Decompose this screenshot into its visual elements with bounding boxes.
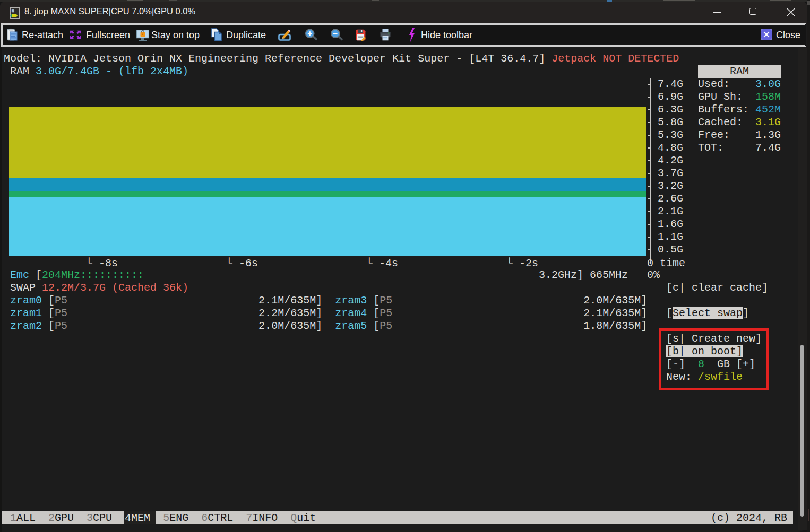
svg-text:B: B [12,8,15,13]
